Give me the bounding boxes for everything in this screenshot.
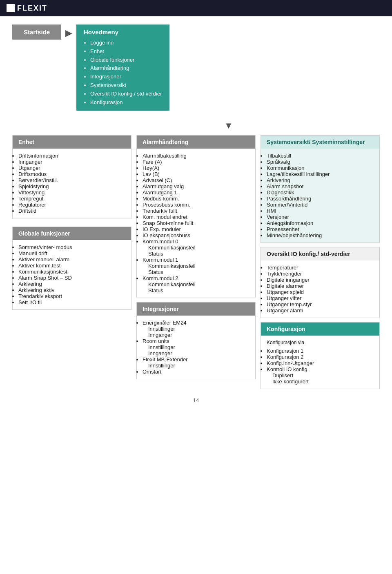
list-item[interactable]: Modbus-komm. (143, 196, 249, 202)
list-item[interactable]: Advarsel (C) (143, 177, 249, 183)
list-item[interactable]: Kommunikasjonstest (18, 269, 125, 275)
list-item[interactable]: Omstart (143, 369, 249, 375)
list-item[interactable]: Komm.modul 1 (143, 257, 249, 263)
list-item[interactable]: Trykk/mengder (267, 271, 374, 277)
list-item[interactable]: Utganger alarm (267, 307, 374, 314)
list-item[interactable]: Energimåler EM24 (143, 320, 249, 326)
list-item[interactable]: Versjoner (267, 214, 374, 220)
list-item[interactable]: Driftsinformasjon (18, 153, 125, 159)
list-item[interactable]: Digitale innganger (267, 277, 374, 283)
list-item-indent[interactable]: Innstillinger (143, 363, 249, 369)
list-item[interactable]: Fare (A) (143, 159, 249, 165)
list-item[interactable]: Arkivering (267, 177, 374, 183)
list-item-indent[interactable]: Kommunikasjonsfeil (143, 245, 249, 251)
list-item[interactable]: Snap Shot-minne fullt (143, 220, 249, 226)
list-item[interactable]: Trendarkiv eksport (18, 293, 125, 299)
list-item-indent[interactable]: Innstillinger (143, 344, 249, 350)
list-item[interactable]: Kom. modul endret (143, 214, 249, 220)
list-item[interactable]: Konfigurasjon 2 (267, 354, 374, 360)
list-item[interactable]: Room units (143, 338, 249, 344)
konfigurasjon-header: Konfigurasjon (261, 323, 379, 336)
list-item[interactable]: Regulatorer (18, 202, 125, 208)
list-item[interactable]: Utganger spjeld (267, 289, 374, 295)
list-item[interactable]: Komm.modul 2 (143, 275, 249, 281)
list-item[interactable]: Utganger vifter (267, 295, 374, 301)
main-grid: Enhet Driftsinformasjon Innganger Utgang… (12, 135, 380, 389)
list-item[interactable]: Vlftestyring (18, 189, 125, 196)
enhet-header: Enhet (13, 136, 131, 149)
list-item[interactable]: Konfig.Inn-Utganger (267, 360, 374, 366)
oversikt-list: Temperaturer Trykk/mengder Digitale inng… (267, 265, 374, 314)
list-item[interactable]: Konfigurasjon (90, 98, 162, 107)
list-item[interactable]: Passordhåndtering (267, 196, 374, 202)
list-item[interactable]: Systemoversikt (90, 81, 162, 90)
list-item[interactable]: Alarm Snap Shot – SD (18, 275, 125, 281)
list-item[interactable]: Enhet (90, 47, 162, 56)
list-item[interactable]: Arkivering (18, 281, 125, 287)
list-item[interactable]: Lav (B) (143, 171, 249, 177)
list-item[interactable]: Spjeldstyring (18, 183, 125, 189)
list-item[interactable]: Integrasjoner (90, 73, 162, 81)
list-item[interactable]: Alarm snapshot (267, 183, 374, 189)
list-item[interactable]: Kommunikasjon (267, 165, 374, 171)
startside-box[interactable]: Startside (12, 24, 61, 40)
list-item-indent[interactable]: Kommunikasjonsfeil (143, 263, 249, 269)
list-item[interactable]: Tilbakestill (267, 153, 374, 159)
list-item[interactable]: Driftstid (18, 208, 125, 214)
list-item[interactable]: Sommer/vinter- modus (18, 244, 125, 250)
list-item[interactable]: Utganger (18, 165, 125, 171)
list-item[interactable]: Innganger (18, 159, 125, 165)
list-item[interactable]: Alarmutgang 1 (143, 189, 249, 196)
list-item[interactable]: Temperaturer (267, 265, 374, 271)
list-item[interactable]: Komm.modul 0 (143, 238, 249, 245)
list-item[interactable]: Aktiver komm.test (18, 263, 125, 269)
list-item[interactable]: IO Exp. moduler (143, 226, 249, 232)
list-item[interactable]: Konfigurasjon 1 (267, 348, 374, 354)
list-item[interactable]: Logge inn (90, 39, 162, 47)
list-item[interactable]: Lagre/tilbakestill instillinger (267, 171, 374, 177)
list-item[interactable]: Børverdier/Instill. (18, 177, 125, 183)
list-item[interactable]: Manuell drift (18, 250, 125, 256)
list-item[interactable]: Prosessenhet (267, 226, 374, 232)
list-item-indent[interactable]: Innganger (143, 350, 249, 356)
arrow-right-icon: ▶ (65, 28, 72, 38)
list-item[interactable]: Arkivering aktiv (18, 287, 125, 293)
list-item[interactable]: IO ekspansjonsbuss (143, 232, 249, 238)
list-item[interactable]: Tempregul. (18, 196, 125, 202)
list-item-indent[interactable]: Status (143, 251, 249, 257)
list-item[interactable]: Språkvalg (267, 159, 374, 165)
list-item-indent[interactable]: Ikke konfigurert (267, 378, 374, 385)
list-item-indent[interactable]: Kommunikasjonsfeil (143, 281, 249, 287)
list-item[interactable]: Alarmhåndtering (90, 64, 162, 73)
list-item[interactable]: Anleggsinformasjon (267, 220, 374, 226)
list-item[interactable]: Prosessbuss komm. (143, 202, 249, 208)
right-column: Systemoversikt/ Systeminnstillinger Tilb… (261, 135, 380, 389)
list-item[interactable]: Driftsmodus (18, 171, 125, 177)
konfigurasjon-box: Konfigurasjon Konfigurasjon via Konfigur… (261, 322, 380, 389)
list-item[interactable]: Utganger temp.styr (267, 301, 374, 307)
list-item[interactable]: Høy(A) (143, 165, 249, 171)
list-item-indent[interactable]: Innstillinger (143, 326, 249, 332)
alarmhandtering-body: Alarmtilbakestilling Fare (A) Høy(A) Lav… (137, 149, 255, 298)
list-item[interactable]: Diagnostikk (267, 189, 374, 196)
list-item[interactable]: Alarmutgang valg (143, 183, 249, 189)
list-item-indent[interactable]: Innganger (143, 332, 249, 338)
list-item[interactable]: HMI (267, 208, 374, 214)
list-item[interactable]: Sommer/Vintertid (267, 202, 374, 208)
list-item[interactable]: Sett I/O til (18, 299, 125, 305)
list-item[interactable]: Aktiver manuell alarm (18, 256, 125, 263)
hovedmeny-box: Hovedmeny Logge inn Enhet Globale funksj… (76, 24, 169, 111)
oversikt-header: Oversikt IO konfig./ std-verdier (261, 247, 379, 260)
list-item[interactable]: Minne/objekthåndtering (267, 232, 374, 238)
list-item[interactable]: Trendarkiv fullt (143, 208, 249, 214)
list-item[interactable]: Kontroll IO konfig. (267, 366, 374, 372)
list-item[interactable]: Flexit MB-Extender (143, 356, 249, 363)
list-item[interactable]: Oversikt IO konfig./ std-verdier (90, 90, 162, 98)
list-item-indent[interactable]: Duplisert (267, 372, 374, 378)
list-item[interactable]: Alarmtilbakestilling (143, 153, 249, 159)
globale-list: Sommer/vinter- modus Manuell drift Aktiv… (18, 244, 125, 305)
list-item-indent[interactable]: Status (143, 269, 249, 275)
list-item[interactable]: Globale funksjoner (90, 56, 162, 65)
list-item-indent[interactable]: Status (143, 287, 249, 294)
list-item[interactable]: Digitale alarmer (267, 283, 374, 289)
